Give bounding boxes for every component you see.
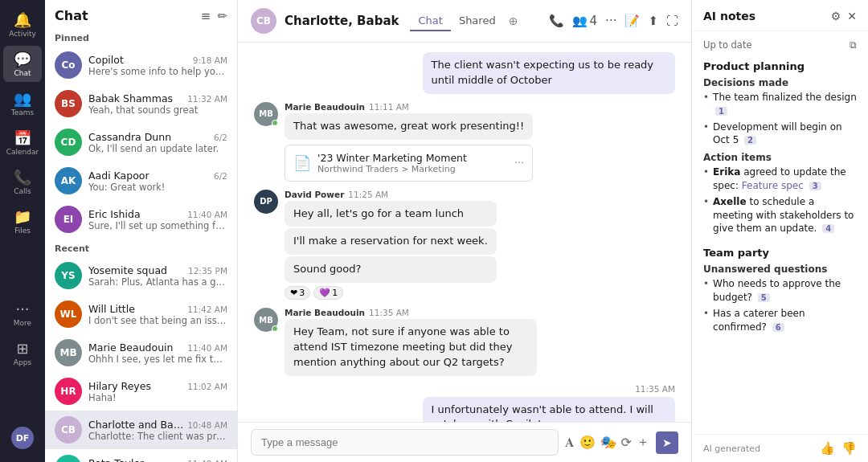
emoji-icon[interactable]: 🙂 xyxy=(579,435,596,450)
messages-area: The client wasn't expecting us to be rea… xyxy=(238,43,691,422)
activity-icon: 🔔 xyxy=(14,11,31,28)
chat-header-avatar: CB xyxy=(251,8,276,34)
sidebar-item-teams[interactable]: 👥 Teams xyxy=(3,85,42,121)
calendar-icon: 📅 xyxy=(14,129,31,146)
sidebar-item-calls[interactable]: 📞 Calls xyxy=(3,164,42,200)
teams-icon: 👥 xyxy=(14,90,31,107)
sidebar-item-activity[interactable]: 🔔 Activity xyxy=(3,6,42,43)
filter-icon[interactable]: ≡ xyxy=(201,9,211,23)
avatar: MB xyxy=(55,339,82,366)
sidebar-item-apps[interactable]: ⊞ Apps xyxy=(3,335,42,371)
avatar: EI xyxy=(55,206,82,233)
sidebar-item-more[interactable]: ··· More xyxy=(3,296,42,332)
more-options-icon[interactable]: ··· xyxy=(605,14,616,28)
share-screen-icon[interactable]: ⬆ xyxy=(648,14,658,28)
avatar: YS xyxy=(55,262,82,289)
notes-section-product: Product planning Decisions made The team… xyxy=(703,60,857,235)
message-input[interactable] xyxy=(251,429,559,456)
list-item[interactable]: RT Reta Taylor 11:40 AM Ah, ok I underst… xyxy=(45,449,237,462)
list-item[interactable]: Co Copilot 9:18 AM Here's some info to h… xyxy=(45,46,237,84)
pinned-label: Pinned xyxy=(45,28,237,46)
notes-item: The team finalized the design 1 xyxy=(703,91,857,118)
reaction-heart[interactable]: ❤️ 3 xyxy=(285,286,310,300)
notes-subsection: Decisions made xyxy=(703,77,857,88)
ai-notes-settings-icon[interactable]: ⚙ xyxy=(831,10,841,22)
message-row: DP David Power 11:25 AM Hey all, let's g… xyxy=(254,190,675,301)
attachment-file-icon: 📄 xyxy=(293,154,311,171)
sidebar-nav: 🔔 Activity 💬 Chat 👥 Teams 📅 Calendar 📞 C… xyxy=(0,0,45,462)
thumbs-down-icon[interactable]: 👎 xyxy=(841,441,857,456)
reactions: ❤️ 3 💜 1 xyxy=(285,286,497,300)
feature-spec-link[interactable]: Feature spec xyxy=(742,180,804,191)
ai-notes-close-icon[interactable]: ✕ xyxy=(847,10,857,22)
chat-items: Pinned Co Copilot 9:18 AM Here's some in… xyxy=(45,28,237,462)
notes-item: Axelle to schedule a meeting with stakeh… xyxy=(703,195,857,235)
avatar-wrap: Co xyxy=(55,51,82,79)
send-button[interactable]: ➤ xyxy=(656,431,678,454)
message-bubble: I'll make a reservation for next week. xyxy=(285,228,497,255)
reaction-purple-heart[interactable]: 💜 1 xyxy=(313,286,343,300)
copy-icon[interactable]: ⧉ xyxy=(850,39,857,51)
tab-chat[interactable]: Chat xyxy=(410,11,450,31)
loop-icon[interactable]: ⟳ xyxy=(621,435,632,450)
notes-section-title: Product planning xyxy=(703,60,857,72)
ai-notes-content: Up to date ⧉ Product planning Decisions … xyxy=(692,31,868,434)
user-avatar[interactable]: DF xyxy=(11,427,34,449)
sticker-icon[interactable]: 🎭 xyxy=(600,435,616,450)
sidebar-item-label-chat: Chat xyxy=(14,69,31,77)
chat-list-title: Chat xyxy=(55,8,88,23)
participants-count: 4 xyxy=(590,14,598,28)
note-icon[interactable]: 📝 xyxy=(624,14,640,28)
avatar: HR xyxy=(55,378,82,405)
avatar: MB xyxy=(254,102,278,126)
tab-shared[interactable]: Shared xyxy=(451,11,504,31)
sidebar-item-label-calendar: Calendar xyxy=(6,148,39,156)
audio-call-icon[interactable]: 📞 xyxy=(549,14,564,28)
list-item[interactable]: CD Cassandra Dunn 6/2 Ok, I'll send an u… xyxy=(45,123,237,161)
notes-section-party: Team party Unanswered questions Who need… xyxy=(703,247,857,333)
attachment-card[interactable]: 📄 '23 Winter Marketing Moment Northwind … xyxy=(285,145,533,182)
avatar: WL xyxy=(55,301,82,328)
new-chat-icon[interactable]: ✏ xyxy=(217,9,227,23)
sidebar-item-label-activity: Activity xyxy=(9,30,36,38)
message-bubble: Sound good? xyxy=(285,256,497,283)
expand-icon[interactable]: ⛶ xyxy=(666,14,678,28)
calls-icon: 📞 xyxy=(14,169,31,186)
notes-item: Erika agreed to update the spec: Feature… xyxy=(703,166,857,193)
list-item[interactable]: WL Will Little 11:42 AM I don't see that… xyxy=(45,295,237,333)
participants-icon: 👥 xyxy=(572,14,588,28)
attach-icon[interactable]: ＋ xyxy=(637,434,649,451)
list-item[interactable]: EI Eric Ishida 11:40 AM Sure, I'll set u… xyxy=(45,200,237,239)
avatar: CB xyxy=(55,416,82,444)
thumbs-up-icon[interactable]: 👍 xyxy=(820,441,835,456)
format-icon[interactable]: 𝐀 xyxy=(565,435,575,450)
notes-subsection: Action items xyxy=(703,152,857,163)
sidebar-item-chat[interactable]: 💬 Chat xyxy=(3,46,42,82)
avatar: DP xyxy=(254,190,278,214)
sidebar-item-files[interactable]: 📁 Files xyxy=(3,203,42,239)
recent-label: Recent xyxy=(45,239,237,256)
sidebar-item-calendar[interactable]: 📅 Calendar xyxy=(3,125,42,161)
avatar: Co xyxy=(55,51,82,79)
list-item[interactable]: AK Aadi Kapoor 6/2 You: Great work! xyxy=(45,161,237,200)
list-item[interactable]: HR Hilary Reyes 11:02 AM Haha! xyxy=(45,372,237,411)
attachment-more-icon[interactable]: ··· xyxy=(514,157,524,169)
list-item[interactable]: BS Babak Shammas 11:32 AM Yeah, that sou… xyxy=(45,84,237,123)
sidebar-item-label-files: Files xyxy=(14,227,31,235)
message-input-bar: 𝐀 🙂 🎭 ⟳ ＋ ➤ xyxy=(238,422,691,462)
message-bubble: Hey all, let's go for a team lunch xyxy=(285,201,497,227)
ai-notes-header: AI notes ⚙ ✕ xyxy=(692,0,868,31)
avatar: RT xyxy=(55,455,82,462)
message-row: 11:35 AM I unfortunately wasn't able to … xyxy=(254,384,675,422)
add-tab-button[interactable]: ⊕ xyxy=(504,11,523,31)
up-to-date-label: Up to date ⧉ xyxy=(703,39,857,51)
sidebar-item-label-apps: Apps xyxy=(14,358,31,366)
participants-badge[interactable]: 👥 4 xyxy=(572,14,598,28)
avatar: BS xyxy=(55,90,82,117)
list-item[interactable]: MB Marie Beaudouin 11:40 AM Ohhh I see, … xyxy=(45,333,237,372)
list-item[interactable]: YS Yosemite squad 12:35 PM Sarah: Plus, … xyxy=(45,256,237,295)
list-item[interactable]: CB Charlotte and Babak 10:48 AM Charlott… xyxy=(45,411,237,449)
avatar: AK xyxy=(55,167,82,194)
notes-item: Development will begin on Oct 5 2 xyxy=(703,121,857,148)
message-bubble: Hey Team, not sure if anyone was able to… xyxy=(285,319,537,376)
